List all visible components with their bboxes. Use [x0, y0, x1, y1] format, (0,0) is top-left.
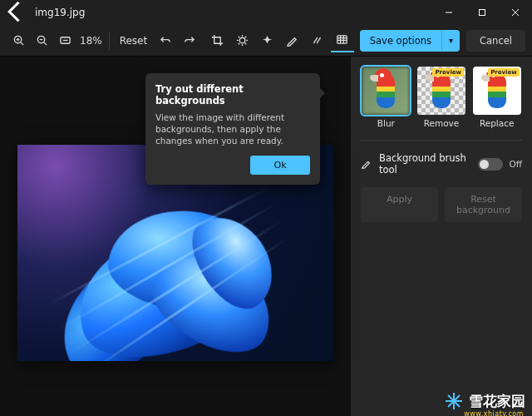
svg-rect-22 — [337, 36, 347, 43]
markup-tool[interactable] — [281, 29, 304, 52]
svg-line-9 — [43, 42, 46, 45]
svg-line-5 — [20, 42, 22, 45]
background-tool[interactable] — [331, 29, 354, 52]
thumb-blur[interactable]: Blur — [361, 67, 411, 128]
svg-line-18 — [239, 37, 239, 37]
zoom-fit-button[interactable] — [53, 29, 76, 52]
svg-line-19 — [245, 43, 246, 44]
separator — [109, 32, 110, 50]
zoom-in-button[interactable] — [7, 29, 30, 52]
preview-badge: Preview — [488, 68, 520, 77]
redo-button[interactable] — [177, 29, 200, 52]
snowflake-icon — [444, 391, 464, 411]
back-button[interactable] — [0, 0, 30, 29]
content-area: Try out different backgrounds View the i… — [0, 57, 532, 416]
teaching-callout: Try out different backgrounds View the i… — [145, 73, 320, 185]
zoom-out-button[interactable] — [30, 29, 53, 52]
brush-label: Background brush tool — [379, 152, 471, 176]
reset-background-button[interactable]: Reset background — [445, 187, 522, 222]
window-title: img19.jpg — [35, 7, 432, 18]
preview-badge: Preview — [432, 68, 464, 77]
filter-tool[interactable] — [256, 29, 279, 52]
svg-line-20 — [239, 43, 239, 44]
brush-tool-row: Background brush tool Off — [361, 152, 522, 176]
callout-title: Try out different backgrounds — [155, 83, 310, 106]
cancel-button[interactable]: Cancel — [466, 30, 525, 52]
edit-tools — [206, 29, 354, 52]
canvas-area: Try out different backgrounds View the i… — [0, 57, 351, 416]
zoom-percent[interactable]: 18% — [76, 35, 106, 47]
callout-ok-button[interactable]: Ok — [250, 156, 310, 175]
crop-tool[interactable] — [206, 29, 229, 52]
titlebar: img19.jpg — [0, 0, 532, 25]
chevron-down-icon[interactable]: ▾ — [441, 31, 460, 50]
thumb-remove[interactable]: Preview Remove — [416, 67, 467, 128]
watermark-sub: www.xhjaty.com — [464, 410, 524, 416]
watermark: 雪花家园 — [444, 391, 525, 411]
thumb-label: Blur — [377, 118, 395, 128]
apply-button[interactable]: Apply — [361, 187, 438, 222]
close-button[interactable] — [499, 0, 532, 25]
callout-body: View the image with different background… — [155, 111, 310, 147]
divider — [361, 140, 522, 141]
brush-toggle[interactable] — [478, 158, 503, 171]
svg-point-13 — [240, 37, 246, 43]
svg-line-21 — [245, 37, 246, 37]
thumb-label: Remove — [424, 118, 460, 128]
svg-rect-1 — [480, 10, 485, 16]
adjust-tool[interactable] — [231, 29, 254, 52]
toggle-state-label: Off — [510, 159, 523, 169]
watermark-text: 雪花家园 — [469, 392, 525, 411]
background-panel: Blur Preview Remove Preview Replace Back… — [351, 57, 532, 416]
toolbar: 18% Reset Save options ▾ Cancel — [0, 25, 532, 57]
minimize-button[interactable] — [432, 0, 466, 25]
save-options-button[interactable]: Save options ▾ — [360, 30, 460, 52]
retouch-tool[interactable] — [306, 29, 329, 52]
undo-button[interactable] — [154, 29, 177, 52]
background-thumbs: Blur Preview Remove Preview Replace — [361, 67, 522, 128]
brush-icon — [361, 156, 372, 172]
reset-view-button[interactable]: Reset — [113, 32, 155, 50]
thumb-label: Replace — [480, 118, 515, 128]
save-options-label: Save options — [360, 30, 441, 52]
thumb-replace[interactable]: Preview Replace — [471, 67, 522, 128]
maximize-button[interactable] — [466, 0, 499, 25]
